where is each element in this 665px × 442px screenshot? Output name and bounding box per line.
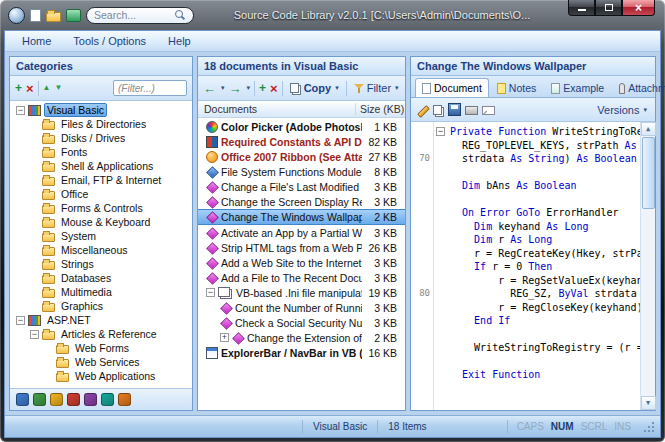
minimize-button[interactable] bbox=[568, 0, 595, 16]
tree-item[interactable]: Graphics bbox=[14, 299, 192, 313]
view-shortcut-icon-1[interactable] bbox=[16, 393, 29, 406]
code-lines[interactable]: −Private Function WriteStringToRegistry(… bbox=[434, 122, 640, 410]
tree-item[interactable]: Strings bbox=[14, 257, 192, 271]
menu-item-home[interactable]: Home bbox=[13, 33, 60, 49]
view-shortcut-icon-7[interactable] bbox=[118, 393, 131, 406]
filter-dropdown-icon[interactable]: ▾ bbox=[395, 84, 399, 92]
expand-icon[interactable]: + bbox=[220, 333, 229, 342]
tree-item[interactable]: System bbox=[14, 229, 192, 243]
collapse-icon[interactable]: − bbox=[206, 288, 215, 297]
move-down-button[interactable]: ▼ bbox=[55, 84, 63, 92]
example-icon bbox=[551, 83, 560, 94]
back-dropdown-icon[interactable]: ▾ bbox=[221, 84, 225, 92]
document-row[interactable]: Check a Social Security Numb...3 KB bbox=[198, 315, 405, 330]
delete-document-button[interactable]: × bbox=[270, 82, 278, 95]
code-editor[interactable]: 7080 −Private Function WriteStringToRegi… bbox=[411, 122, 655, 410]
scroll-thumb[interactable] bbox=[642, 137, 655, 209]
tree-item[interactable]: Databases bbox=[14, 271, 192, 285]
document-row[interactable]: File System Functions Module8 KB bbox=[198, 164, 405, 179]
vertical-scrollbar[interactable]: ▲ ▼ bbox=[640, 122, 655, 410]
fold-collapse-icon[interactable]: − bbox=[436, 127, 445, 136]
app-icon[interactable] bbox=[8, 7, 25, 24]
scroll-up-icon[interactable]: ▲ bbox=[641, 122, 656, 136]
document-row[interactable]: Count the Number of Running...3 KB bbox=[198, 300, 405, 315]
export-icon[interactable] bbox=[66, 9, 81, 22]
document-row[interactable]: Strip HTML tags from a Web Page...26 KB bbox=[198, 240, 405, 255]
search-input[interactable]: Search... bbox=[86, 7, 194, 24]
copy-document-icon[interactable] bbox=[433, 105, 442, 115]
tree-item[interactable]: −ASP.NET bbox=[14, 313, 192, 327]
document-row[interactable]: Required Constants & API Decla...82 KB bbox=[198, 134, 405, 149]
save-icon[interactable] bbox=[448, 103, 461, 116]
tree-item[interactable]: Mouse & Keyboard bbox=[14, 215, 192, 229]
tab-attachments[interactable]: Attachments bbox=[612, 78, 665, 97]
forward-button[interactable]: → bbox=[229, 82, 242, 95]
document-size: 1 KB bbox=[365, 121, 403, 133]
document-row[interactable]: +Change the Extension of Files i...2 KB bbox=[198, 330, 405, 345]
tree-item[interactable]: Files & Directories bbox=[14, 117, 192, 131]
collapse-icon[interactable]: − bbox=[16, 316, 25, 325]
view-shortcut-icon-5[interactable] bbox=[84, 393, 97, 406]
edit-icon[interactable] bbox=[416, 103, 429, 116]
close-button[interactable]: × bbox=[622, 0, 655, 16]
menu-item-help[interactable]: Help bbox=[159, 33, 200, 49]
tree-item[interactable]: Fonts bbox=[14, 145, 192, 159]
back-button[interactable]: ← bbox=[203, 82, 216, 95]
document-row[interactable]: ExplorerBar / NavBar in VB (Proj...16 KB bbox=[198, 345, 405, 360]
tree-item[interactable]: Web Forms bbox=[14, 341, 192, 355]
tree-item[interactable]: −Articles & Reference bbox=[14, 327, 192, 341]
document-row[interactable]: Add a Web Site to the Internet Exp...3 K… bbox=[198, 255, 405, 270]
email-icon[interactable] bbox=[482, 106, 495, 115]
tab-notes[interactable]: Notes bbox=[490, 78, 543, 97]
collapse-icon[interactable]: − bbox=[16, 106, 25, 115]
tree-item[interactable]: Forms & Controls bbox=[14, 201, 192, 215]
new-document-icon[interactable] bbox=[30, 9, 41, 22]
add-document-button[interactable]: + bbox=[259, 82, 266, 94]
tree-item[interactable]: Web Applications bbox=[14, 369, 192, 383]
copy-dropdown-icon[interactable]: ▾ bbox=[335, 84, 339, 92]
view-shortcut-icon-6[interactable] bbox=[101, 393, 114, 406]
tree-item[interactable]: −Visual Basic bbox=[14, 103, 192, 117]
tree-item[interactable]: Shell & Applications bbox=[14, 159, 192, 173]
folder-icon bbox=[42, 191, 55, 200]
document-row[interactable]: Office 2007 Ribbon (See Attach...27 KB bbox=[198, 149, 405, 164]
tree-item[interactable]: Multimedia bbox=[14, 285, 192, 299]
view-shortcut-icon-4[interactable] bbox=[67, 393, 80, 406]
move-up-button[interactable]: ▲ bbox=[43, 84, 51, 92]
document-row[interactable]: Add a File to The Recent Docume...3 KB bbox=[198, 270, 405, 285]
tree-item[interactable]: Email, FTP & Internet bbox=[14, 173, 192, 187]
category-filter-input[interactable]: (Filter...) bbox=[113, 80, 187, 96]
copy-button[interactable]: Copy ▾ bbox=[287, 81, 342, 95]
print-icon[interactable] bbox=[465, 106, 478, 115]
document-row[interactable]: Activate an App by a Partial Wind...3 KB bbox=[198, 225, 405, 240]
tree-item[interactable]: Miscellaneous bbox=[14, 243, 192, 257]
delete-category-button[interactable]: × bbox=[26, 82, 34, 95]
document-row[interactable]: Change the Screen Display Resolu...3 KB bbox=[198, 194, 405, 209]
search-icon[interactable] bbox=[175, 10, 186, 21]
document-row[interactable]: Change The Windows Wallpaper2 KB bbox=[198, 209, 405, 225]
tab-document[interactable]: Document bbox=[415, 78, 489, 97]
column-documents[interactable]: Documents bbox=[198, 103, 355, 115]
menu-item-tools-options[interactable]: Tools / Options bbox=[64, 33, 155, 49]
document-row[interactable]: −VB-based .Ini file manipulation clas19 … bbox=[198, 285, 405, 300]
add-category-button[interactable]: + bbox=[15, 82, 22, 94]
tab-example[interactable]: Example bbox=[544, 78, 611, 97]
versions-button[interactable]: Versions ▾ bbox=[594, 103, 650, 117]
scroll-down-icon[interactable]: ▼ bbox=[641, 396, 656, 410]
forward-dropdown-icon[interactable]: ▾ bbox=[247, 84, 251, 92]
open-folder-icon[interactable] bbox=[46, 12, 61, 22]
column-size[interactable]: Size (KB) bbox=[355, 103, 405, 115]
filter-button[interactable]: Filter ▾ bbox=[351, 81, 402, 95]
collapse-icon[interactable]: − bbox=[30, 330, 39, 339]
maximize-button[interactable] bbox=[595, 0, 622, 16]
tree-item[interactable]: Web Services bbox=[14, 355, 192, 369]
resize-grip[interactable] bbox=[642, 420, 655, 433]
tree-item[interactable]: Disks / Drives bbox=[14, 131, 192, 145]
document-row[interactable]: Color Picker (Adobe Photoshop ...1 KB bbox=[198, 119, 405, 134]
view-shortcut-icon-2[interactable] bbox=[33, 393, 46, 406]
document-row[interactable]: Change a File's Last Modified Date...3 K… bbox=[198, 179, 405, 194]
tree-item[interactable]: Office bbox=[14, 187, 192, 201]
view-shortcut-icon-3[interactable] bbox=[50, 393, 63, 406]
versions-dropdown-icon[interactable]: ▾ bbox=[643, 106, 647, 114]
title-bar[interactable]: Search... Source Code Library v2.0.1 [C:… bbox=[0, 0, 665, 30]
